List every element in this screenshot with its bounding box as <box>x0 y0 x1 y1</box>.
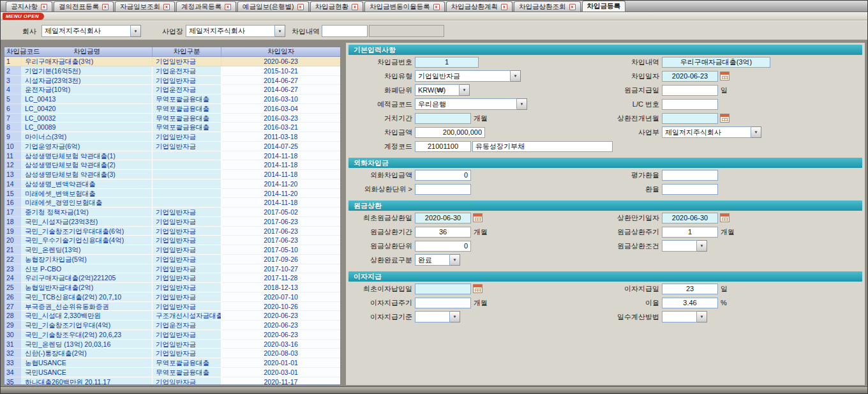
table-row[interactable]: 29국민_기술창조기업우대(4억)기업운전자금2020-06-23 <box>4 321 340 330</box>
repay-period-field[interactable]: 36 <box>415 227 471 238</box>
table-row[interactable]: 4운전자금(10억)기업운전자금2014-06-27 <box>4 85 340 95</box>
site-select[interactable]: 제일저지주식회사 ▼ <box>186 25 285 37</box>
table-row[interactable]: 1우리구매자금대출(3억)기업일반자금2020-06-23 <box>4 57 340 66</box>
loan-desc-field[interactable]: 우리구매자금대출(3억) <box>662 57 770 68</box>
currency-select[interactable]: KRW(₩) ▼ <box>415 84 470 96</box>
table-row[interactable]: 15미래에셋_변액보험대출2014-11-20 <box>4 189 340 199</box>
tab-결의전표등록[interactable]: 결의전표등록x <box>54 1 114 11</box>
first-int-date-field[interactable] <box>415 284 471 294</box>
repay-done-select[interactable]: 완료 ▼ <box>415 254 460 266</box>
table-row[interactable]: 34국민USANCE무역포괄금융대출2020-03-01 <box>4 368 340 377</box>
calendar-icon[interactable] <box>720 114 730 123</box>
loan-date-field[interactable]: 2020-06-23 <box>662 71 718 82</box>
table-row[interactable]: 31국민_온렌딩 (13억) 20,03,16기업일반자금2020-03-16 <box>4 340 340 349</box>
tab-계정과목등록[interactable]: 계정과목등록x <box>176 1 236 11</box>
tab-예금일보(은행별)[interactable]: 예금일보(은행별)x <box>237 1 309 11</box>
table-row[interactable]: 12삼성생명단체보험 약관대출(2)2014-11-18 <box>4 160 340 170</box>
table-row[interactable]: 13삼성생명단체보험 약관대출(3)2014-11-18 <box>4 170 340 179</box>
close-icon[interactable]: x <box>501 4 507 10</box>
table-row[interactable]: 28국민_시설대 2,330백만원구조개선시설자금대출2020-06-23 <box>4 311 340 321</box>
table-row[interactable]: 35하나대출260백만원 20,11,17기업일반자금2020-11-17 <box>4 377 340 386</box>
close-icon[interactable]: x <box>352 4 358 10</box>
table-row[interactable]: 18국민_시설자금(23억3천)기업일반자금2017-06-23 <box>4 217 340 227</box>
close-icon[interactable]: x <box>433 4 440 10</box>
tab-차입금현황[interactable]: 차입금현황x <box>310 1 364 11</box>
table-row[interactable]: 27부국증권_선순위유동화증권기업일반자금2020-10-26 <box>4 302 340 312</box>
table-row[interactable]: 20국민_우수기술기업신용대출(4억)기업일반자금2017-06-23 <box>4 236 340 245</box>
repay-open-ym-field[interactable] <box>662 113 718 124</box>
first-repay-date-field[interactable]: 2020-06-30 <box>415 213 471 224</box>
close-icon[interactable]: x <box>569 4 576 10</box>
table-row[interactable]: 22농협장기차입금(5억)기업일반자금2017-09-26 <box>4 255 340 264</box>
table-row[interactable]: 2기업기본(16억5천)기업운전자금2015-10-21 <box>4 66 340 76</box>
division-select[interactable]: 제일저지주식회사 ▼ <box>662 126 761 138</box>
tab-공지사항[interactable]: 공지사항x <box>6 1 52 11</box>
int-rate-field[interactable]: 3.46 <box>662 298 718 308</box>
close-icon[interactable]: x <box>225 4 231 10</box>
table-row[interactable]: 32신한(-)통장대출(2억)기업일반자금2020-08-03 <box>4 349 340 358</box>
int-pay-day-field[interactable]: 23 <box>662 284 718 294</box>
table-row[interactable]: 9마이너스(3억)기업일반자금2011-03-18 <box>4 132 340 142</box>
tab-차입금상환계획[interactable]: 차입금상환계획x <box>446 1 513 11</box>
header-loan-name[interactable]: 차입금명 <box>22 47 153 56</box>
loan-desc-input[interactable] <box>322 25 368 37</box>
deposit-code-select[interactable]: 우리은행 ▼ <box>415 98 527 110</box>
lc-no-field[interactable] <box>662 99 718 110</box>
header-loan-code[interactable]: 차입금코드 <box>4 47 22 56</box>
loan-type-select[interactable]: 기업일반자금 ▼ <box>415 70 521 82</box>
table-row[interactable]: 17중기청 정책자금(1억)기업일반자금2017-05-02 <box>4 208 340 217</box>
ex-rate-field[interactable] <box>662 184 718 195</box>
maturity-date-field[interactable]: 2020-06-30 <box>662 213 718 224</box>
repay-cycle-field[interactable]: 1 <box>662 227 718 238</box>
table-row[interactable]: 16미래에셋_경영인보험대출2014-11-18 <box>4 198 340 208</box>
day-count-select[interactable]: ▼ <box>662 311 707 322</box>
table-row[interactable]: 7LC_00032무역포괄금융대출2016-03-23 <box>4 114 340 123</box>
table-row[interactable]: 8LC_00089무역포괄금융대출2016-03-21 <box>4 123 340 132</box>
fx-unit-field[interactable] <box>415 184 471 195</box>
account-name-field[interactable]: 유동성장기부채 <box>472 141 613 152</box>
table-row[interactable]: 11삼성생명단체보험 약관대출(1)2014-11-18 <box>4 151 340 161</box>
eval-rate-field[interactable] <box>662 170 718 181</box>
table-row[interactable]: 10기업운영자금(6억)기업일반자금2014-07-25 <box>4 142 340 151</box>
table-row[interactable]: 26국민_TCB신용대출(2억) 20,7,10기업일반자금2020-07-10 <box>4 292 340 302</box>
header-loan-type[interactable]: 차입구분 <box>153 47 221 56</box>
int-basis-select[interactable]: ▼ <box>415 311 460 322</box>
tab-자금일보조회[interactable]: 자금일보조회x <box>115 1 175 11</box>
table-row[interactable]: 19국민_기술창조기업우대대출(6억)기업일반자금2017-06-23 <box>4 227 340 236</box>
account-code-field[interactable]: 21001100 <box>415 141 471 152</box>
table-row[interactable]: 33농협USANCE무역포괄금융대출2020-01-01 <box>4 358 340 368</box>
table-row[interactable]: 25농협일반자금대출(2억)기업일반자금2018-12-13 <box>4 283 340 292</box>
calendar-icon[interactable] <box>473 284 483 293</box>
repay-unit-field[interactable]: 0 <box>415 241 471 252</box>
fx-amount-field[interactable]: 0 <box>415 170 471 181</box>
close-icon[interactable]: x <box>297 4 304 10</box>
principal-pay-day-field[interactable] <box>662 85 718 96</box>
menu-open-button[interactable]: MENU OPEN <box>3 13 44 20</box>
table-row[interactable]: 3시설자금(23억3천)기업일반자금2014-06-27 <box>4 76 340 86</box>
tab-차입금등록[interactable]: 차입금등록 <box>582 1 626 11</box>
table-row[interactable]: 23신보 P-CBO기업일반자금2017-10-27 <box>4 264 340 274</box>
header-loan-date[interactable]: 차입일자 <box>221 47 340 56</box>
loan-amount-field[interactable]: 200,000,000 <box>415 127 485 138</box>
close-icon[interactable]: x <box>41 4 47 10</box>
cell-type: 기업운전자금 <box>153 85 221 95</box>
repay-cond-select[interactable]: ▼ <box>662 240 707 252</box>
table-row[interactable]: 21국민_온렌딩(13억)기업일반자금2017-05-10 <box>4 245 340 255</box>
calendar-icon[interactable] <box>720 213 730 222</box>
grace-period-field[interactable] <box>415 113 471 124</box>
int-cycle-field[interactable] <box>415 298 471 308</box>
table-row[interactable]: 5LC_00413무역포괄금융대출2016-03-10 <box>4 95 340 104</box>
tab-차입금상환조회[interactable]: 차입금상환조회x <box>514 1 581 11</box>
table-row[interactable]: 6LC_00420무역포괄금융대출2016-03-04 <box>4 104 340 114</box>
table-row[interactable]: 30국민_기술창조우대(2억) 20,6,23기업일반자금2020-06-23 <box>4 330 340 340</box>
tab-차입금변동이율등록[interactable]: 차입금변동이율등록x <box>364 1 445 11</box>
loan-no-field[interactable]: 1 <box>415 57 479 68</box>
table-row[interactable]: 24우리구매자금대출(2억)221205기업일반자금2017-11-28 <box>4 273 340 283</box>
close-icon[interactable]: x <box>163 4 170 10</box>
close-icon[interactable]: x <box>102 4 108 10</box>
loan-desc-input-2[interactable] <box>369 25 444 37</box>
company-select[interactable]: 제일저지주식회사 ▼ <box>41 25 141 37</box>
table-row[interactable]: 14삼성생명_변액약관대출2014-11-20 <box>4 179 340 189</box>
calendar-icon[interactable] <box>473 213 483 222</box>
calendar-icon[interactable] <box>720 72 730 80</box>
